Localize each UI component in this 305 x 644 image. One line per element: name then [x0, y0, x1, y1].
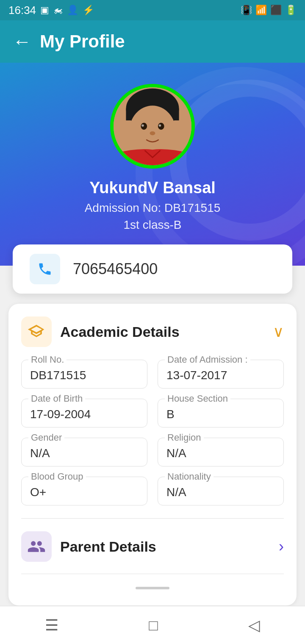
parent-icon-box: [21, 531, 52, 562]
academic-section-title: Academic Details: [60, 324, 264, 340]
page-title: My Profile: [40, 31, 125, 52]
profile-hero: YukundV Bansal Admission No: DB171515 1s…: [0, 63, 305, 266]
field-house-section-value: B: [166, 405, 275, 421]
parent-section-title: Parent Details: [60, 539, 270, 555]
parent-chevron-icon[interactable]: ›: [279, 538, 284, 555]
field-nationality-value: N/A: [166, 483, 275, 499]
phone-card-wrapper: 7065465400: [0, 244, 305, 294]
academic-section-header: Academic Details ∨: [21, 316, 284, 347]
field-dob-label: Date of Birth: [28, 393, 85, 404]
svg-point-10: [172, 127, 180, 138]
svg-point-4: [141, 123, 147, 130]
field-date-admission-label: Date of Admission :: [165, 354, 250, 365]
parent-icon: [27, 537, 46, 556]
app-icon-1: 🏍: [53, 5, 63, 16]
status-time: 16:34: [8, 4, 36, 17]
academic-icon-box: [21, 316, 52, 347]
field-roll-no-label: Roll No.: [28, 354, 67, 365]
academic-fields-grid: Roll No. DB171515 Date of Admission : 13…: [21, 360, 284, 505]
field-gender-label: Gender: [28, 432, 64, 443]
field-dob-value: 17-09-2004: [30, 405, 139, 421]
back-button[interactable]: ←: [13, 32, 31, 51]
school-icon: [27, 322, 46, 341]
phone-icon: [37, 261, 53, 277]
battery-icon: 🔋: [285, 5, 297, 16]
field-religion-value: N/A: [166, 444, 275, 460]
field-blood-group-label: Blood Group: [28, 471, 86, 482]
app-bar: ← My Profile: [0, 20, 305, 63]
phone-icon-box: [30, 254, 60, 284]
field-blood-group: Blood Group O+: [21, 477, 147, 505]
academic-chevron-icon[interactable]: ∨: [273, 323, 284, 341]
field-gender: Gender N/A: [21, 438, 147, 466]
profile-admission-no: Admission No: DB171515: [85, 201, 221, 215]
avatar: [110, 84, 195, 169]
svg-point-6: [141, 124, 144, 127]
phone-number: 7065465400: [73, 260, 158, 278]
field-house-section: House Section B: [158, 399, 284, 427]
field-house-section-label: House Section: [165, 393, 230, 404]
main-details-card: Academic Details ∨ Roll No. DB171515 Dat…: [8, 304, 297, 605]
vibrate-icon: 📳: [241, 5, 252, 16]
profile-name: YukundV Bansal: [89, 179, 216, 197]
field-nationality: Nationality N/A: [158, 477, 284, 505]
field-gender-value: N/A: [30, 444, 139, 460]
field-religion: Religion N/A: [158, 438, 284, 466]
svg-point-5: [158, 123, 164, 130]
signal-icon: ⬛: [270, 5, 282, 16]
nav-back-icon[interactable]: ◁: [248, 616, 260, 634]
field-roll-no: Roll No. DB171515: [21, 360, 147, 389]
section-divider: [21, 518, 284, 519]
svg-point-7: [159, 124, 161, 127]
app-icon-2: 👤: [67, 5, 78, 16]
wifi-icon: 📶: [255, 5, 267, 16]
parent-divider: [21, 574, 284, 574]
app-icon-3: ⚡: [83, 5, 94, 16]
nav-menu-icon[interactable]: ☰: [45, 616, 58, 634]
field-religion-label: Religion: [165, 432, 204, 443]
svg-point-8: [150, 131, 155, 135]
scroll-indicator: [136, 587, 169, 589]
profile-class: 1st class-B: [124, 218, 182, 232]
field-dob: Date of Birth 17-09-2004: [21, 399, 147, 427]
bottom-nav: ☰ □ ◁: [0, 606, 305, 644]
sim-icon: ▣: [40, 5, 49, 16]
status-bar: 16:34 ▣ 🏍 👤 ⚡ 📳 📶 ⬛ 🔋: [0, 0, 305, 20]
field-date-admission: Date of Admission : 13-07-2017: [158, 360, 284, 389]
field-blood-group-value: O+: [30, 483, 139, 499]
phone-card: 7065465400: [13, 244, 292, 294]
parent-section-header[interactable]: Parent Details ›: [21, 531, 284, 570]
nav-home-icon[interactable]: □: [149, 616, 158, 634]
svg-point-9: [125, 127, 133, 138]
field-date-admission-value: 13-07-2017: [166, 366, 275, 382]
field-roll-no-value: DB171515: [30, 366, 139, 382]
field-nationality-label: Nationality: [165, 471, 214, 482]
